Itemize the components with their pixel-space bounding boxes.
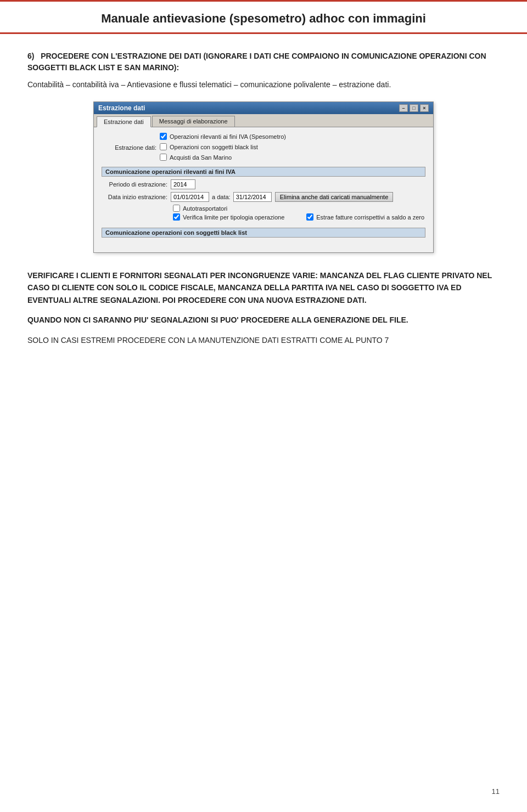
periodo-input[interactable] bbox=[171, 179, 195, 189]
paragraph1: VERIFICARE I CLIENTI E FORNITORI SEGNALA… bbox=[27, 269, 500, 306]
estrae-row: Estrae fatture corrispettivi a saldo a z… bbox=[306, 213, 424, 221]
estrae-label: Estrae fatture corrispettivi a saldo a z… bbox=[316, 214, 424, 221]
estrazione-dati-label: Estrazione dati: bbox=[102, 144, 156, 151]
section-iva-header: Comunicazione operazioni rilevanti ai fi… bbox=[102, 167, 425, 177]
data-inizio-label: Data inizio estrazione: bbox=[102, 194, 167, 200]
checkbox1-label: Operazioni rilevanti ai fini IVA (Spesom… bbox=[170, 133, 286, 140]
autotrasportatori-input[interactable] bbox=[173, 205, 180, 212]
page-number: 11 bbox=[492, 787, 500, 796]
page-header: Manuale antievasione (spesometro) adhoc … bbox=[0, 2, 527, 34]
paragraph3: SOLO IN CASI ESTREMI PROCEDERE CON LA MA… bbox=[27, 334, 500, 346]
verifica-row: Verifica limite per tipologia operazione bbox=[173, 213, 284, 221]
elimina-button[interactable]: Elimina anche dati caricati manualmente bbox=[275, 192, 394, 202]
dialog-box: Estrazione dati – □ × Estrazione dati Me… bbox=[93, 101, 434, 253]
minimize-btn[interactable]: – bbox=[399, 104, 408, 112]
verifica-input[interactable] bbox=[173, 213, 180, 221]
blacklist-spacer bbox=[102, 240, 425, 247]
close-btn[interactable]: × bbox=[420, 104, 429, 112]
checkbox1-row: Operazioni rilevanti ai fini IVA (Spesom… bbox=[160, 133, 286, 140]
verifica-label: Verifica limite per tipologia operazione bbox=[183, 214, 284, 221]
checkbox2-row: Operazioni con soggetti black list bbox=[160, 143, 286, 150]
autotrasportatori-label: Autotrasportatori bbox=[183, 205, 227, 212]
dialog-body: Estrazione dati: Operazioni rilevanti ai… bbox=[94, 127, 433, 252]
data-inizio-input[interactable] bbox=[171, 192, 209, 202]
a-data-input[interactable] bbox=[233, 192, 272, 202]
section-blacklist-header: Comunicazione operazioni con soggetti bl… bbox=[102, 228, 425, 238]
checkbox2-label: Operazioni con soggetti black list bbox=[170, 144, 258, 150]
autotrasportatori-row: Autotrasportatori bbox=[173, 205, 425, 212]
page-title: Manuale antievasione (spesometro) adhoc … bbox=[22, 12, 505, 26]
checkbox3-label: Acquisti da San Marino bbox=[170, 154, 232, 161]
titlebar-buttons: – □ × bbox=[399, 104, 429, 112]
dialog-titlebar: Estrazione dati – □ × bbox=[94, 102, 433, 114]
maximize-btn[interactable]: □ bbox=[410, 104, 418, 112]
verifica-estrae-row: Verifica limite per tipologia operazione… bbox=[173, 213, 425, 222]
estrae-input[interactable] bbox=[306, 213, 313, 221]
data-inizio-row: Data inizio estrazione: a data: Elimina … bbox=[102, 192, 425, 202]
section6-title: 6) PROCEDERE CON L'ESTRAZIONE DEI DATI (… bbox=[27, 50, 500, 74]
paragraph2: QUANDO NON CI SARANNO PIU' SEGNALAZIONI … bbox=[27, 314, 500, 326]
periodo-row: Periodo di estrazione: bbox=[102, 179, 425, 189]
checkbox3-input[interactable] bbox=[160, 154, 167, 161]
dialog-tabs: Estrazione dati Messaggi di elaborazione bbox=[94, 114, 433, 127]
estrazione-dati-row: Estrazione dati: Operazioni rilevanti ai… bbox=[102, 133, 425, 162]
section6-subtitle: Contabilità – contabilità iva – Antievas… bbox=[27, 79, 500, 91]
dialog-title: Estrazione dati bbox=[98, 104, 145, 112]
checkbox2-input[interactable] bbox=[160, 143, 167, 150]
dialog-container: Estrazione dati – □ × Estrazione dati Me… bbox=[27, 101, 500, 253]
checkbox1-input[interactable] bbox=[160, 133, 167, 140]
tab-estrazione-dati[interactable]: Estrazione dati bbox=[97, 116, 151, 127]
a-data-label: a data: bbox=[212, 194, 231, 200]
checkbox3-row: Acquisti da San Marino bbox=[160, 154, 286, 161]
periodo-label: Periodo di estrazione: bbox=[102, 181, 167, 188]
tab-messaggi[interactable]: Messaggi di elaborazione bbox=[152, 116, 235, 127]
